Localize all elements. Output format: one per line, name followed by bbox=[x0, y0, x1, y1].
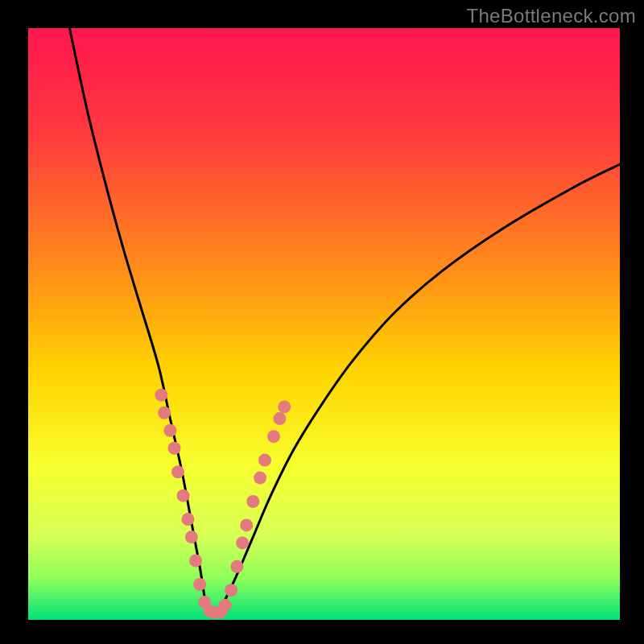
curve-marker bbox=[230, 560, 243, 573]
curve-marker bbox=[155, 389, 167, 402]
watermark-label: TheBottleneck.com bbox=[466, 5, 636, 27]
curve-marker bbox=[278, 400, 291, 413]
curve-marker bbox=[163, 424, 176, 437]
curve-marker bbox=[171, 465, 184, 478]
curve-marker bbox=[240, 518, 253, 531]
curve-marker bbox=[267, 430, 280, 443]
curve-marker bbox=[189, 555, 202, 568]
bottleneck-curve bbox=[69, 28, 620, 614]
curve-marker bbox=[158, 407, 171, 419]
plot-area bbox=[28, 28, 620, 620]
curve-marker bbox=[258, 454, 271, 467]
curve-marker bbox=[177, 489, 190, 502]
curve-marker bbox=[168, 442, 181, 455]
curve-marker bbox=[193, 578, 206, 591]
curve-marker bbox=[181, 513, 194, 526]
curve-layer bbox=[28, 28, 620, 620]
curve-markers bbox=[155, 389, 291, 619]
curve-marker bbox=[273, 412, 286, 425]
curve-marker bbox=[246, 495, 259, 508]
curve-marker bbox=[236, 536, 249, 549]
chart-container: TheBottleneck.com bbox=[0, 0, 644, 644]
curve-marker bbox=[254, 472, 266, 485]
curve-marker bbox=[225, 584, 237, 597]
curve-marker bbox=[185, 530, 198, 543]
curve-marker bbox=[219, 599, 232, 612]
